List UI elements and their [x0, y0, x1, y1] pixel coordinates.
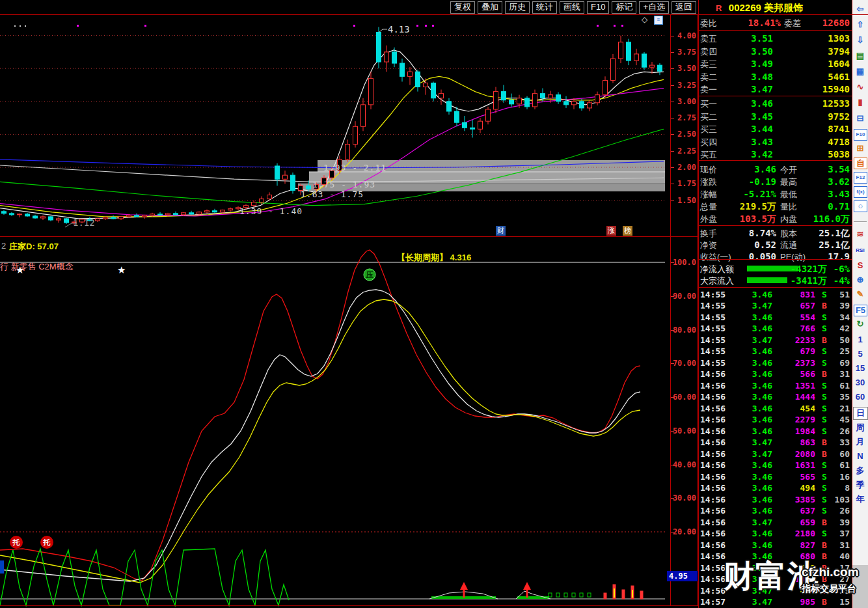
transaction-row[interactable]: 14:553.47657B39	[698, 300, 852, 311]
transaction-row[interactable]: 14:563.46454S21	[698, 403, 852, 414]
rsi-icon[interactable]: RSI	[852, 244, 868, 257]
order-book-row[interactable]: 卖二3.485461	[698, 71, 852, 83]
chart-expand-icon[interactable]: ◇	[642, 15, 647, 24]
tx-volume: 766	[775, 324, 815, 333]
transaction-row[interactable]: 14:563.47659B39	[698, 517, 852, 528]
transaction-row[interactable]: 14:563.461444S35	[698, 391, 852, 402]
transaction-row[interactable]: 14:553.46766S42	[698, 323, 852, 334]
tx-count: 15	[831, 597, 850, 607]
transaction-row[interactable]: 14:563.461631S61	[698, 460, 852, 471]
formula-icon[interactable]: f(x)	[854, 186, 867, 198]
chart-badge-涨[interactable]: 涨	[606, 226, 616, 236]
indicator-period-label: 【长期周期】 4.316	[397, 252, 471, 264]
transaction-row[interactable]: 14:563.462180S37	[698, 528, 852, 539]
period-day[interactable]: 日	[853, 407, 868, 420]
tx-price: 3.46	[739, 381, 772, 391]
tx-side-flag: B	[822, 518, 830, 527]
tx-volume: 659	[775, 518, 815, 527]
dde-yellow	[0, 299, 640, 583]
period-quarter[interactable]: 季	[852, 478, 868, 491]
period-week[interactable]: 周	[852, 421, 868, 434]
tree-icon[interactable]: ⊞	[852, 142, 868, 155]
order-book-row[interactable]: 买四3.434718	[698, 136, 852, 148]
transaction-row[interactable]: 14:573.47985B15	[698, 596, 852, 607]
transaction-row[interactable]: 14:563.462279S45	[698, 414, 852, 425]
transaction-row[interactable]: 14:563.46566B31	[698, 368, 852, 380]
period-multi[interactable]: 多	[852, 464, 868, 477]
order-book-row[interactable]: 卖四3.503794	[698, 46, 852, 58]
tx-time: 14:55	[700, 312, 726, 322]
chart-badge-榜[interactable]: 榜	[623, 226, 632, 236]
transaction-row[interactable]: 14:553.46831S51	[698, 289, 852, 300]
f10-icon[interactable]: F10	[854, 129, 867, 141]
order-book-row[interactable]: 卖三3.491604	[698, 58, 852, 70]
down-icon[interactable]: ⇩	[852, 34, 868, 47]
tx-side-flag: B	[822, 551, 830, 561]
quote-label: 收益(一)	[700, 251, 731, 263]
order-book-row[interactable]: 买一3.4612533	[698, 98, 852, 110]
up-icon[interactable]: ⇧	[852, 18, 868, 31]
order-book-row[interactable]: 买二3.459752	[698, 111, 852, 123]
f12-icon[interactable]: F12	[854, 172, 867, 184]
zixuan-icon[interactable]: 自	[854, 158, 867, 169]
stock-title[interactable]: 002269 美邦服饰	[729, 2, 803, 13]
transaction-row[interactable]: 14:553.46679S25	[698, 346, 852, 357]
quote-value: 3.43	[807, 189, 850, 199]
period-1[interactable]: 1	[852, 333, 868, 346]
period-30[interactable]: 30	[852, 376, 868, 389]
period-month[interactable]: 月	[852, 435, 868, 449]
transaction-row[interactable]: 14:553.46554S34	[698, 312, 852, 323]
transaction-row[interactable]: 14:563.461984S26	[698, 426, 852, 437]
tx-count: 69	[831, 358, 850, 368]
app-window: 复权叠加历史统计画线F10标记+自选返回 ★★压托托 ◇ ≡ 4.13 1.12…	[0, 0, 868, 608]
period-n[interactable]: N	[852, 450, 868, 463]
kline-icon[interactable]: ▮	[852, 96, 868, 109]
order-book-row[interactable]: 卖一3.4715940	[698, 83, 852, 96]
report-icon[interactable]: ▤	[852, 49, 868, 62]
order-book-row[interactable]: 买三3.448741	[698, 123, 852, 135]
trend-line-icon[interactable]: ∿	[852, 81, 868, 94]
order-volume: 12533	[796, 98, 850, 109]
quote-row: 现价3.46今开3.54	[698, 163, 852, 175]
tx-time: 14:56	[700, 586, 726, 596]
transaction-row[interactable]: 14:553.462373S69	[698, 357, 852, 368]
quote-grid-icon[interactable]: ▦	[852, 65, 868, 78]
scroll-indicator[interactable]	[0, 560, 4, 573]
weibi-value: 18.41%	[732, 18, 781, 28]
tx-side-flag: S	[822, 460, 830, 470]
order-book-row[interactable]: 买五3.425038	[698, 148, 852, 161]
transaction-row[interactable]: 14:563.472080B60	[698, 449, 852, 460]
transaction-row[interactable]: 14:563.46494S8	[698, 482, 852, 493]
transaction-row[interactable]: 14:563.46565S16	[698, 471, 852, 482]
quote-label: 内盘	[780, 214, 797, 225]
wave-icon[interactable]: ≋	[852, 228, 868, 241]
transaction-row[interactable]: 14:563.47863B33	[698, 437, 852, 448]
tx-price: 3.46	[739, 324, 772, 333]
transaction-row[interactable]: 14:553.472233B50	[698, 335, 852, 346]
candlestick-and-indicator-chart[interactable]: ★★压托托	[0, 0, 670, 608]
chart-badge-财[interactable]: 财	[496, 226, 506, 236]
period-5[interactable]: 5	[852, 348, 868, 361]
menu-button-返回[interactable]: 返回	[671, 1, 696, 14]
docs-icon[interactable]: ⊟	[852, 112, 868, 125]
transaction-row[interactable]: 14:563.46637S26	[698, 505, 852, 516]
move-icon[interactable]: ⊕	[852, 273, 868, 286]
f5-icon[interactable]: F5	[854, 305, 867, 316]
tx-count: 61	[831, 381, 850, 391]
order-level-label: 卖二	[700, 72, 717, 83]
period-year[interactable]: 年	[852, 493, 868, 506]
tx-price: 3.46	[739, 369, 772, 379]
transaction-row[interactable]: 14:563.461351S61	[698, 380, 852, 391]
transaction-row[interactable]: 14:563.463385S103	[698, 494, 852, 505]
period-60[interactable]: 60	[852, 391, 868, 404]
transaction-row[interactable]: 14:563.46827B31	[698, 540, 852, 551]
refresh-icon[interactable]: ↻	[852, 318, 868, 331]
back-icon[interactable]: ⇦	[852, 3, 868, 16]
chart-panel-icon[interactable]: ≡	[654, 16, 663, 25]
circle-icon[interactable]: ○	[854, 200, 867, 212]
s-icon[interactable]: S	[852, 259, 868, 272]
period-15[interactable]: 15	[852, 362, 868, 375]
pencil-icon[interactable]: ✎	[852, 288, 868, 301]
order-price: 3.43	[737, 137, 773, 147]
order-book-row[interactable]: 卖五3.511303	[698, 33, 852, 45]
